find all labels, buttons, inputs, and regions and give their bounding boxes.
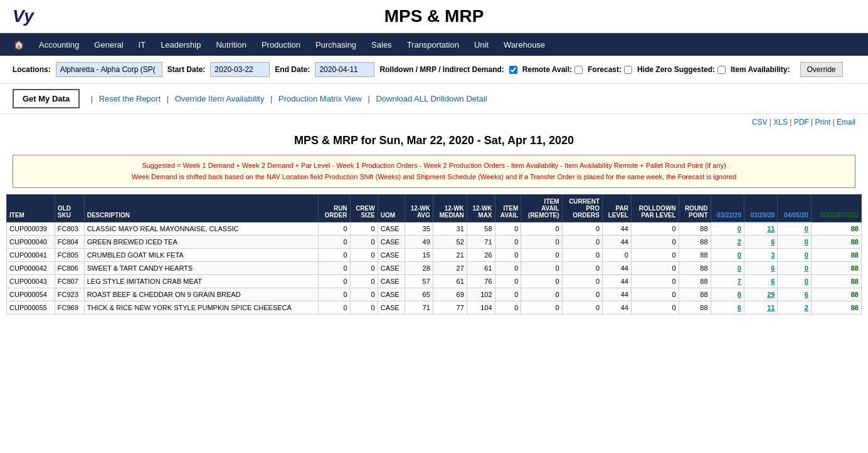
remote-avail-checkbox[interactable] [574,66,583,74]
table-cell: 44 [603,275,632,288]
table-cell[interactable]: 0 [778,222,811,236]
nav-home[interactable]: 🏠 [6,35,31,55]
report-title: MPS & MRP for Sun, Mar 22, 2020 - Sat, A… [0,128,868,151]
table-cell: 0 [631,262,679,275]
table-cell: CASE [378,262,405,275]
table-cell[interactable]: 88 [811,249,861,262]
download-all-link[interactable]: Download ALL Drilldown Detail [376,94,487,103]
table-cell: 58 [467,222,495,236]
table-cell[interactable]: 0 [778,249,811,262]
table-cell: 0 [495,222,521,236]
forecast-checkbox[interactable] [624,66,632,74]
col-12wk-median: 12-WKMEDIAN [433,195,467,222]
table-cell[interactable]: 6 [711,301,744,315]
col-date-03-22: 03/22/20 [711,195,744,222]
table-cell: 44 [603,236,632,249]
col-description: DESCRIPTION [84,195,319,222]
table-cell: 44 [603,262,632,275]
table-cell[interactable]: 6 [744,275,777,288]
table-cell[interactable]: 6 [778,288,811,301]
table-cell[interactable]: 3 [744,249,777,262]
table-cell[interactable]: 11 [744,222,777,236]
nav-sales[interactable]: Sales [364,35,400,55]
table-cell[interactable]: 88 [811,222,861,236]
location-input[interactable] [56,62,162,77]
table-cell: 0 [319,249,350,262]
nav-accounting[interactable]: Accounting [31,35,87,55]
table-cell: 0 [631,236,679,249]
export-xls[interactable]: XLS [773,118,788,127]
separator-1: | [85,94,99,103]
nav-nutrition[interactable]: Nutrition [208,35,253,55]
table-cell: 0 [350,288,378,301]
table-cell: 57 [405,275,433,288]
nav-general[interactable]: General [87,35,130,55]
table-cell: 49 [405,236,433,249]
table-cell[interactable]: 2 [711,236,744,249]
table-cell: FC806 [55,262,84,275]
end-date-label: End Date: [275,65,310,74]
override-item-availability-link[interactable]: Override Item Availability [175,94,265,103]
table-cell[interactable]: 0 [711,222,744,236]
table-cell: 0 [631,301,679,315]
col-item-avail: ITEMAVAIL [495,195,521,222]
table-cell: 35 [405,222,433,236]
col-12wk-avg: 12-WKAVG [405,195,433,222]
get-data-button[interactable]: Get My Data [13,89,80,108]
col-date-04-05: 04/05/20 [778,195,811,222]
table-cell: CLASSIC MAYO REAL MAYONNAISE, CLASSIC [84,222,319,236]
table-cell[interactable]: 29 [744,288,777,301]
remote-avail-group: Remote Avail: [522,65,583,74]
table-cell[interactable]: 0 [778,236,811,249]
nav-transportation[interactable]: Transportation [400,35,467,55]
table-cell[interactable]: 88 [811,236,861,249]
table-cell[interactable]: 7 [711,275,744,288]
nav-production[interactable]: Production [254,35,308,55]
table-cell: LEG STYLE IMITATION CRAB MEAT [84,275,319,288]
table-cell: FC923 [55,288,84,301]
table-cell[interactable]: 88 [811,288,861,301]
table-cell[interactable]: 2 [778,301,811,315]
hide-zero-group: Hide Zero Suggested: [637,65,726,74]
table-cell: CUP000043 [7,275,55,288]
table-cell[interactable]: 88 [811,275,861,288]
end-date-input[interactable] [315,62,374,77]
table-cell[interactable]: 11 [744,301,777,315]
table-cell[interactable]: 8 [711,288,744,301]
table-cell: 0 [495,236,521,249]
nav-unit[interactable]: Unit [467,35,496,55]
start-date-input[interactable] [210,62,270,77]
table-cell[interactable]: 6 [744,236,777,249]
reset-report-link[interactable]: Reset the Report [99,94,161,103]
nav-it[interactable]: IT [131,35,154,55]
table-cell: 0 [319,275,350,288]
table-cell[interactable]: 0 [778,275,811,288]
table-cell: CASE [378,275,405,288]
override-button[interactable]: Override [800,62,843,77]
table-cell[interactable]: 0 [711,249,744,262]
production-matrix-view-link[interactable]: Production Matrix View [278,94,362,103]
table-row: CUP000054FC923ROAST BEEF & CHEDDAR ON 9 … [7,288,862,301]
rolldown-checkbox[interactable] [509,66,517,74]
table-cell: 28 [405,262,433,275]
table-cell: 0 [521,275,562,288]
table-cell[interactable]: 0 [778,262,811,275]
table-cell[interactable]: 6 [744,262,777,275]
nav-leadership[interactable]: Leadership [153,35,208,55]
table-cell[interactable]: 88 [811,301,861,315]
export-print[interactable]: Print [815,118,831,127]
col-item: ITEM [7,195,55,222]
table-cell[interactable]: 88 [811,262,861,275]
export-bar: CSV | XLS | PDF | Print | Email [0,114,868,128]
export-csv[interactable]: CSV [752,118,768,127]
table-cell: 15 [405,249,433,262]
table-cell: 76 [467,275,495,288]
table-cell: 44 [603,301,632,315]
nav-purchasing[interactable]: Purchasing [308,35,364,55]
table-cell: 0 [350,301,378,315]
export-pdf[interactable]: PDF [794,118,809,127]
nav-warehouse[interactable]: Warehouse [496,35,553,55]
hide-zero-checkbox[interactable] [717,66,726,74]
table-cell[interactable]: 0 [711,262,744,275]
export-email[interactable]: Email [837,118,855,127]
